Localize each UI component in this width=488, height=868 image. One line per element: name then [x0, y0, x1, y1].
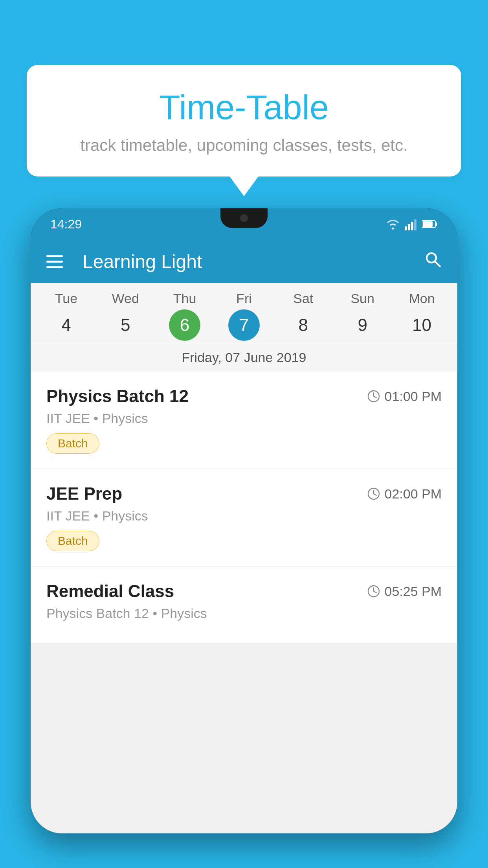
day-col-fri[interactable]: Fri7: [220, 291, 268, 341]
hamburger-menu-icon[interactable]: [46, 255, 63, 268]
day-number: 6: [169, 309, 200, 341]
phone-frame: 14:29: [31, 208, 457, 833]
schedule-item-time-text: 05:25 PM: [384, 584, 442, 599]
day-col-mon[interactable]: Mon10: [398, 291, 445, 341]
schedule-item[interactable]: Physics Batch 1201:00 PMIIT JEE • Physic…: [31, 371, 457, 469]
status-time: 14:29: [50, 217, 82, 232]
schedule-item-header: Physics Batch 1201:00 PM: [46, 386, 442, 406]
svg-rect-3: [414, 219, 416, 230]
svg-line-14: [374, 494, 376, 495]
schedule-item-time-text: 01:00 PM: [384, 389, 442, 404]
day-label: Wed: [112, 291, 139, 306]
schedule-item[interactable]: JEE Prep02:00 PMIIT JEE • PhysicsBatch: [31, 469, 457, 566]
svg-line-8: [435, 261, 440, 267]
clock-icon: [367, 487, 380, 500]
day-number: 8: [288, 309, 319, 341]
day-col-wed[interactable]: Wed5: [102, 291, 149, 341]
day-col-tue[interactable]: Tue4: [42, 291, 90, 341]
day-label: Fri: [236, 291, 252, 306]
schedule-item-title: Physics Batch 12: [46, 386, 189, 406]
day-label: Sat: [293, 291, 313, 306]
day-label: Mon: [409, 291, 435, 306]
schedule-list: Physics Batch 1201:00 PMIIT JEE • Physic…: [31, 371, 457, 644]
days-row: Tue4Wed5Thu6Fri7Sat8Sun9Mon10: [31, 291, 457, 341]
schedule-item-time: 05:25 PM: [367, 584, 442, 599]
app-bar: Learning Light: [31, 240, 457, 283]
search-icon[interactable]: [424, 251, 442, 272]
day-number: 10: [406, 309, 437, 341]
app-bar-title: Learning Light: [83, 251, 413, 272]
batch-tag: Batch: [46, 433, 99, 454]
status-icons: [386, 218, 438, 230]
schedule-item[interactable]: Remedial Class05:25 PMPhysics Batch 12 •…: [31, 566, 457, 644]
day-number: 7: [228, 309, 260, 341]
svg-rect-2: [411, 222, 413, 230]
schedule-item-header: Remedial Class05:25 PM: [46, 581, 442, 601]
day-number: 4: [50, 309, 82, 341]
battery-icon: [422, 219, 438, 229]
day-col-sat[interactable]: Sat8: [280, 291, 327, 341]
schedule-item-time: 02:00 PM: [367, 486, 442, 502]
selected-date-label: Friday, 07 June 2019: [31, 345, 457, 371]
svg-rect-1: [408, 224, 410, 230]
day-col-thu[interactable]: Thu6: [161, 291, 208, 341]
speech-bubble: Time-Table track timetable, upcoming cla…: [27, 65, 461, 177]
svg-line-17: [374, 591, 376, 593]
schedule-item-subtitle: Physics Batch 12 • Physics: [46, 606, 442, 621]
day-col-sun[interactable]: Sun9: [339, 291, 386, 341]
day-label: Sun: [350, 291, 374, 306]
svg-rect-0: [405, 226, 407, 230]
schedule-item-time: 01:00 PM: [367, 389, 442, 404]
clock-icon: [367, 585, 380, 598]
calendar-header: Tue4Wed5Thu6Fri7Sat8Sun9Mon10 Friday, 07…: [31, 283, 457, 371]
camera: [240, 214, 248, 222]
schedule-item-time-text: 02:00 PM: [384, 486, 442, 502]
svg-rect-6: [435, 223, 437, 226]
page-title: Time-Table: [42, 88, 446, 127]
schedule-item-subtitle: IIT JEE • Physics: [46, 508, 442, 524]
schedule-item-title: JEE Prep: [46, 484, 122, 504]
page-subtitle: track timetable, upcoming classes, tests…: [42, 136, 446, 155]
schedule-item-subtitle: IIT JEE • Physics: [46, 411, 442, 426]
day-number: 5: [110, 309, 141, 341]
day-number: 9: [347, 309, 378, 341]
clock-icon: [367, 390, 380, 403]
svg-line-11: [374, 396, 376, 398]
notch: [220, 208, 268, 228]
wifi-icon: [386, 219, 400, 230]
schedule-item-title: Remedial Class: [46, 581, 174, 601]
schedule-item-header: JEE Prep02:00 PM: [46, 484, 442, 504]
phone-container: 14:29: [31, 208, 457, 868]
speech-bubble-container: Time-Table track timetable, upcoming cla…: [27, 65, 461, 177]
day-label: Thu: [173, 291, 196, 306]
day-label: Tue: [55, 291, 77, 306]
svg-rect-5: [423, 221, 433, 227]
phone-screen: Learning Light Tue4Wed5Thu6Fri7Sat8Sun9M…: [31, 240, 457, 833]
status-bar: 14:29: [31, 208, 457, 240]
batch-tag: Batch: [46, 531, 99, 551]
signal-icon: [405, 218, 417, 230]
